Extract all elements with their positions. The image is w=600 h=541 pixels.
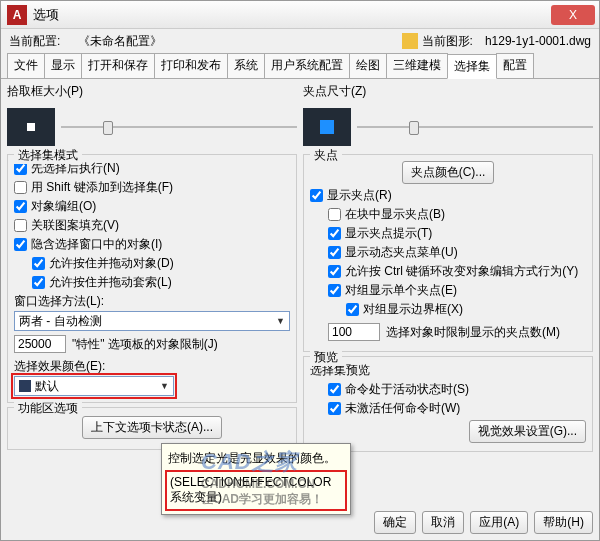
ribbon-options-title: 功能区选项 (14, 400, 82, 417)
current-drawing-value: h129-1y1-0001.dwg (485, 34, 591, 48)
chk-active-cmd[interactable]: 命令处于活动状态时(S) (328, 380, 586, 399)
chk-implied-window[interactable]: 隐含选择窗口中的对象(I) (14, 235, 290, 254)
tooltip-line2: (SELECTIONEFFECTCOLOR 系统变量) (168, 473, 344, 508)
grip-preview (303, 108, 351, 146)
chk-show-grips[interactable]: 显示夹点(R) (310, 186, 586, 205)
selection-mode-title: 选择集模式 (14, 147, 82, 164)
pickbox-slider[interactable] (61, 118, 297, 136)
chk-shift-add[interactable]: 用 Shift 键添加到选择集(F) (14, 178, 290, 197)
current-profile-value: 《未命名配置》 (78, 33, 162, 50)
preview-subtitle: 选择集预览 (310, 361, 586, 380)
chk-drag-object[interactable]: 允许按住并拖动对象(D) (32, 254, 290, 273)
chk-grips-in-blocks[interactable]: 在块中显示夹点(B) (328, 205, 586, 224)
tooltip-line1: 控制选定光是完显效果的颜色。 (168, 450, 344, 467)
visual-effect-button[interactable]: 视觉效果设置(G)... (469, 420, 586, 443)
tab-drafting[interactable]: 绘图 (349, 53, 387, 78)
apply-button[interactable]: 应用(A) (470, 511, 528, 534)
ok-button[interactable]: 确定 (374, 511, 416, 534)
chevron-down-icon: ▼ (276, 316, 285, 326)
gripsize-label: 夹点尺寸(Z) (303, 83, 593, 100)
chevron-down-icon: ▼ (160, 381, 169, 391)
pickbox-size-label: 拾取框大小(P) (7, 83, 297, 100)
chk-dynamic-menu[interactable]: 显示动态夹点菜单(U) (328, 243, 586, 262)
grip-limit-input[interactable] (328, 323, 380, 341)
tab-system[interactable]: 系统 (227, 53, 265, 78)
app-icon: A (7, 5, 27, 25)
pickbox-preview (7, 108, 55, 146)
current-profile-label: 当前配置: (9, 33, 60, 50)
chk-group-single-grip[interactable]: 对组显示单个夹点(E) (328, 281, 586, 300)
property-limit-input[interactable] (14, 335, 66, 353)
chk-ctrl-cycle[interactable]: 允许按 Ctrl 键循环改变对象编辑方式行为(Y) (328, 262, 586, 281)
grip-title: 夹点 (310, 147, 342, 164)
tab-profiles[interactable]: 配置 (496, 53, 534, 78)
preview-title: 预览 (310, 349, 342, 366)
tab-opensave[interactable]: 打开和保存 (81, 53, 155, 78)
tab-userprefs[interactable]: 用户系统配置 (264, 53, 350, 78)
chk-group-bbox[interactable]: 对组显示边界框(X) (346, 300, 586, 319)
drawing-icon (402, 33, 418, 49)
property-limit-label: "特性" 选项板的对象限制(J) (72, 336, 218, 353)
chk-object-group[interactable]: 对象编组(O) (14, 197, 290, 216)
window-title: 选项 (33, 6, 59, 24)
tab-bar: 文件 显示 打开和保存 打印和发布 系统 用户系统配置 绘图 三维建模 选择集 … (1, 53, 599, 79)
tab-selection[interactable]: 选择集 (447, 54, 497, 79)
tab-3dmodel[interactable]: 三维建模 (386, 53, 448, 78)
window-method-select[interactable]: 两者 - 自动检测▼ (14, 311, 290, 331)
tab-file[interactable]: 文件 (7, 53, 45, 78)
effect-color-label: 选择效果颜色(E): (14, 357, 290, 376)
context-tab-states-button[interactable]: 上下文选项卡状态(A)... (82, 416, 222, 439)
chk-grip-tips[interactable]: 显示夹点提示(T) (328, 224, 586, 243)
current-drawing-label: 当前图形: (422, 33, 473, 50)
grip-color-button[interactable]: 夹点颜色(C)... (402, 161, 495, 184)
help-button[interactable]: 帮助(H) (534, 511, 593, 534)
effect-color-select[interactable]: 默认 ▼ (14, 376, 174, 396)
chk-drag-lasso[interactable]: 允许按住并拖动套索(L) (32, 273, 290, 292)
window-method-label: 窗口选择方法(L): (14, 292, 290, 311)
tab-plot[interactable]: 打印和发布 (154, 53, 228, 78)
close-button[interactable]: X (551, 5, 595, 25)
chk-assoc-hatch[interactable]: 关联图案填充(V) (14, 216, 290, 235)
tooltip: 控制选定光是完显效果的颜色。 (SELECTIONEFFECTCOLOR 系统变… (161, 443, 351, 515)
tab-display[interactable]: 显示 (44, 53, 82, 78)
chk-no-cmd[interactable]: 未激活任何命令时(W) (328, 399, 586, 418)
cancel-button[interactable]: 取消 (422, 511, 464, 534)
gripsize-slider[interactable] (357, 118, 593, 136)
grip-limit-label: 选择对象时限制显示的夹点数(M) (386, 324, 560, 341)
